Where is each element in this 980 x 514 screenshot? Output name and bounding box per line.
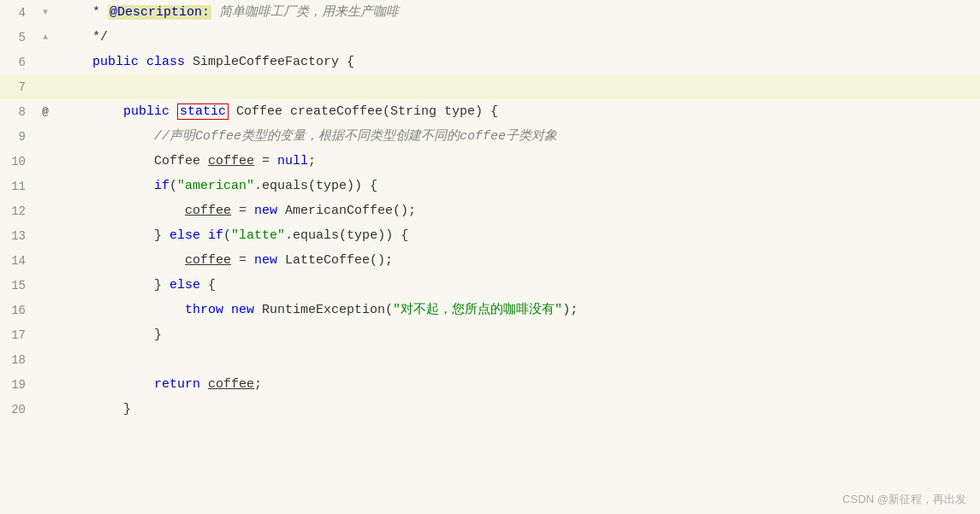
code-line: 6 public class SimpleCoffeeFactory { [0,50,980,74]
line-number: 4 [0,6,33,20]
code-text: coffee = new LatteCoffee(); [58,248,980,273]
code-line: 16 throw new RuntimeException("对不起，您所点的咖… [0,298,980,322]
code-line: 11 if("american".equals(type)) { [0,174,980,198]
code-text: if("american".equals(type)) { [58,174,980,198]
line-number: 19 [0,378,33,392]
arrow-up-icon: ▲ [43,32,48,42]
line-number: 10 [0,155,33,168]
line-number: 18 [0,353,33,367]
code-line: 10 Coffee coffee = null; [0,149,980,174]
code-line: 5▲ */ [0,25,980,50]
line-number: 12 [0,204,33,218]
code-text: * @Description: 简单咖啡工厂类，用来生产咖啡 [58,0,980,25]
code-text: } else { [58,273,980,298]
code-text: //声明Coffee类型的变量，根据不同类型创建不同的coffee子类对象 [58,124,980,149]
line-number: 11 [0,180,33,193]
line-number: 15 [0,279,33,292]
code-text: public class SimpleCoffeeFactory { [58,50,980,74]
line-number: 6 [0,56,33,69]
line-number: 9 [0,130,33,144]
gutter-icon: @ [33,105,58,118]
code-line: 15 } else { [0,273,980,298]
code-line: 4▼ * @Description: 简单咖啡工厂类，用来生产咖啡 [0,0,980,25]
code-line: 14 coffee = new LatteCoffee(); [0,248,980,273]
code-line: 12 coffee = new AmericanCoffee(); [0,198,980,223]
line-number: 16 [0,304,33,317]
code-editor: 4▼ * @Description: 简单咖啡工厂类，用来生产咖啡5▲ */6 … [0,0,980,514]
code-line: 7 [0,74,980,99]
code-text: return coffee; [58,372,980,397]
line-number: 17 [0,328,33,342]
code-line: 20 } [0,397,980,422]
line-number: 14 [0,254,33,268]
at-marker: @ [42,105,49,118]
code-line: 8@ public static Coffee createCoffee(Str… [0,99,980,124]
code-text: throw new RuntimeException("对不起，您所点的咖啡没有… [58,298,980,322]
code-text: } [58,397,980,422]
code-line: 18 [0,347,980,372]
code-line: 19 return coffee; [0,372,980,397]
code-text: } [58,322,980,347]
code-line: 9 //声明Coffee类型的变量，根据不同类型创建不同的coffee子类对象 [0,124,980,149]
code-text: Coffee coffee = null; [58,149,980,174]
code-line: 13 } else if("latte".equals(type)) { [0,223,980,248]
line-number: 8 [0,105,33,119]
code-text: coffee = new AmericanCoffee(); [58,198,980,223]
line-number: 20 [0,403,33,417]
line-number: 7 [0,80,33,94]
line-number: 5 [0,31,33,44]
code-line: 17 } [0,322,980,347]
code-text: } else if("latte".equals(type)) { [58,223,980,248]
gutter-icon: ▼ [33,8,58,17]
arrow-down-icon: ▼ [43,8,48,17]
gutter-icon: ▲ [33,32,58,42]
watermark: CSDN @新征程，再出发 [842,492,966,507]
code-text: public static Coffee createCoffee(String… [58,99,980,124]
line-number: 13 [0,229,33,243]
code-text: */ [58,25,980,50]
